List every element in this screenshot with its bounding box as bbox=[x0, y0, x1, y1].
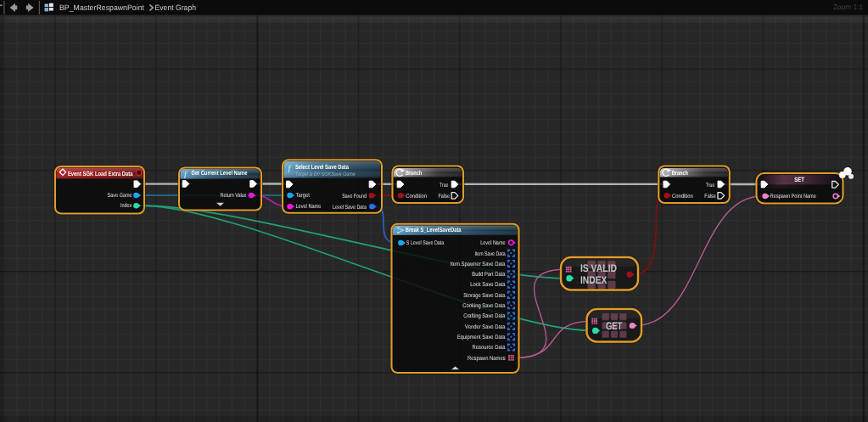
svg-text:Equipment Save Data: Equipment Save Data bbox=[457, 335, 506, 340]
svg-text:Get Current Level Name: Get Current Level Name bbox=[191, 169, 247, 177]
svg-text:S Level Save Data: S Level Save Data bbox=[406, 240, 445, 246]
svg-text:Target: Target bbox=[296, 193, 311, 199]
svg-text:Break S_LevelSaveData: Break S_LevelSaveData bbox=[406, 226, 462, 234]
svg-text:True: True bbox=[706, 183, 715, 188]
svg-text:Condition: Condition bbox=[672, 194, 693, 200]
svg-text:Respawn Names: Respawn Names bbox=[468, 356, 506, 362]
svg-text:Event SGK Load Extra Data: Event SGK Load Extra Data bbox=[68, 170, 133, 177]
svg-text:Save Found: Save Found bbox=[342, 194, 367, 200]
svg-text:INDEX: INDEX bbox=[580, 274, 608, 286]
svg-text:GET: GET bbox=[606, 320, 623, 332]
svg-text:Storage Save Data: Storage Save Data bbox=[463, 293, 506, 299]
svg-text:Item Spawner Save Data: Item Spawner Save Data bbox=[451, 262, 506, 267]
svg-text:Target is BP SGKSave Game: Target is BP SGKSave Game bbox=[295, 172, 356, 177]
svg-text:Condition: Condition bbox=[406, 194, 427, 200]
svg-text:SET: SET bbox=[794, 176, 804, 183]
svg-text:Save Game: Save Game bbox=[108, 193, 132, 199]
svg-text:Zoom 1:1: Zoom 1:1 bbox=[833, 3, 863, 11]
svg-text:True: True bbox=[440, 183, 449, 188]
svg-text:False: False bbox=[704, 194, 716, 200]
svg-text:Item Save Data: Item Save Data bbox=[474, 251, 505, 257]
svg-text:Crafting Save Data: Crafting Save Data bbox=[463, 313, 506, 319]
svg-text:Resource Data: Resource Data bbox=[473, 345, 506, 351]
svg-text:Event Graph: Event Graph bbox=[155, 3, 197, 12]
svg-text:Level Save Data: Level Save Data bbox=[333, 205, 367, 211]
svg-text:Lock Save Data: Lock Save Data bbox=[470, 282, 505, 288]
svg-text:Branch: Branch bbox=[406, 169, 423, 177]
svg-text:Select Level Save Data: Select Level Save Data bbox=[295, 163, 350, 171]
svg-text:Build Part Data: Build Part Data bbox=[472, 272, 505, 278]
svg-text:BP_MasterRespawnPoint: BP_MasterRespawnPoint bbox=[59, 3, 144, 12]
svg-text:Respawn Point Name: Respawn Point Name bbox=[770, 194, 816, 200]
svg-text:Level Name: Level Name bbox=[480, 240, 506, 246]
svg-text:Branch: Branch bbox=[672, 169, 689, 177]
svg-text:Return Value: Return Value bbox=[221, 193, 247, 199]
svg-text:Level Name: Level Name bbox=[296, 204, 322, 210]
svg-text:IS VALID: IS VALID bbox=[580, 262, 617, 274]
svg-text:False: False bbox=[439, 194, 451, 200]
svg-text:Index: Index bbox=[120, 203, 132, 209]
svg-text:Vender Save Data: Vender Save Data bbox=[465, 324, 506, 330]
svg-text:Cooking Save Data: Cooking Save Data bbox=[462, 303, 506, 309]
